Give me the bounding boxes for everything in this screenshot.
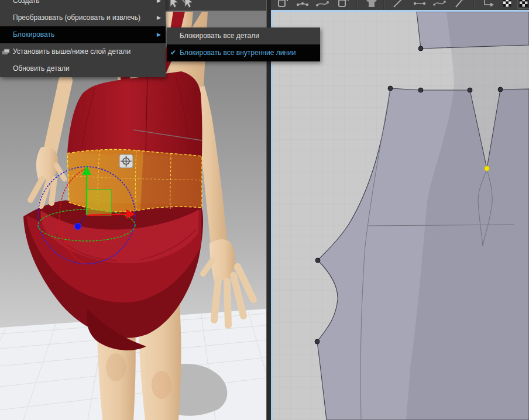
submenu-arrow-icon: ▶ (157, 9, 161, 26)
gizmo-handle-z[interactable] (75, 223, 81, 230)
submenu-item-lock-all-internal-lines[interactable]: ✔ Блокировать все внутренние линии (167, 44, 320, 61)
active-viewport-border (271, 10, 529, 12)
submenu-arrow-icon: ▶ (157, 0, 161, 9)
segment-line-icon[interactable] (413, 0, 427, 9)
menu-item-label: Обновить детали (13, 64, 70, 73)
checkerboard-active-icon[interactable] (517, 0, 529, 9)
pivot-target-button[interactable] (119, 154, 133, 168)
toolbar-separator (383, 0, 384, 10)
toolbar-separator (473, 0, 475, 10)
menu-item-convert[interactable]: Преобразовать (обрисовать и извлечь) ▶ (0, 9, 166, 26)
menu-item-label: Блокировать все внутренние линии (180, 49, 296, 57)
menu-item-lock[interactable]: Блокировать ▶ (0, 26, 166, 43)
dart-point-selected[interactable] (485, 166, 489, 171)
cursor-select-icon[interactable] (166, 0, 180, 9)
menu-item-label: Установить выше/ниже слой детали (13, 47, 130, 56)
menu-item-create[interactable]: Создать ▶ (0, 0, 166, 9)
submenu-item-lock-all-pieces[interactable]: Блокировать все детали (167, 27, 320, 44)
toolbar-separator (356, 0, 358, 10)
tshirt-trace-icon[interactable] (365, 0, 379, 9)
menu-item-set-layer[interactable]: Установить выше/ниже слой детали (0, 43, 166, 60)
edit-pattern-icon[interactable] (296, 0, 310, 9)
gizmo-plane-handle[interactable] (87, 190, 111, 215)
checkmark-icon: ✔ (170, 44, 176, 61)
edit-curve-point-icon[interactable] (336, 0, 351, 9)
menu-item-update[interactable]: Обновить детали (0, 60, 166, 77)
layers-icon (2, 48, 11, 56)
viewport-2d-pattern[interactable] (273, 12, 529, 420)
menu-item-label: Преобразовать (обрисовать и извлечь) (13, 13, 140, 22)
transform-pattern-icon[interactable] (276, 0, 290, 9)
bend-arrow-icon[interactable] (482, 0, 496, 9)
pen-line-icon[interactable] (452, 0, 466, 9)
cursor-select-box-icon[interactable] (180, 0, 194, 9)
curve-s-icon[interactable] (432, 0, 446, 9)
menu-item-label: Блокировать все детали (180, 32, 259, 40)
toolbar-2d (271, 0, 529, 10)
edit-curvature-icon[interactable] (315, 0, 329, 9)
active-viewport-border (271, 10, 273, 420)
menu-item-label: Создать (13, 0, 40, 5)
submenu-arrow-icon: ▶ (157, 26, 161, 43)
checkerboard-icon[interactable] (500, 0, 514, 9)
context-menu: Создать ▶ Преобразовать (обрисовать и из… (0, 0, 166, 77)
viewport-splitter[interactable] (266, 0, 271, 420)
polygon-pen-icon[interactable] (391, 0, 406, 9)
app-window: Создать ▶ Преобразовать (обрисовать и из… (0, 0, 529, 420)
menu-item-label: Блокировать (13, 30, 54, 39)
lock-submenu: Блокировать все детали ✔ Блокировать все… (167, 27, 320, 61)
